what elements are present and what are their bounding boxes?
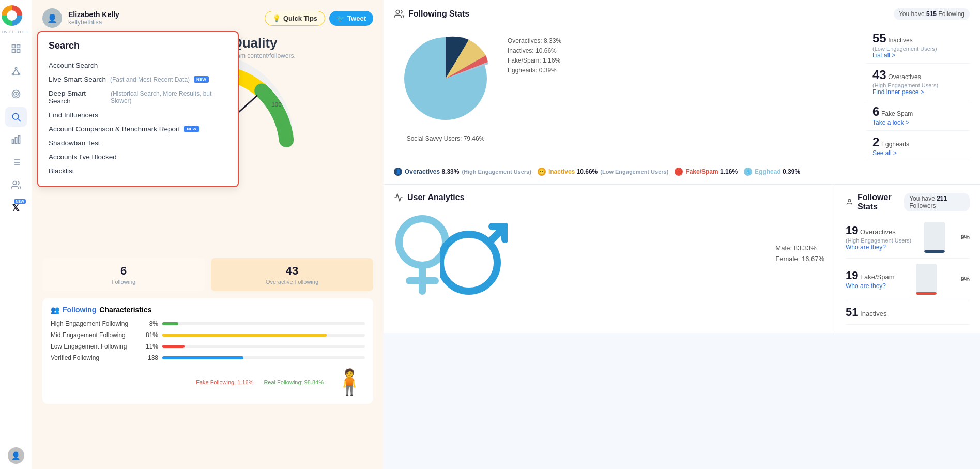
- char-row-label: Low Engagement Following: [51, 343, 139, 350]
- follower-inactives-label: Inactives: [860, 310, 886, 317]
- new-badge: NEW: [14, 199, 25, 204]
- search-item-label: Accounts I've Blocked: [49, 153, 117, 161]
- char-row-value: 81%: [143, 331, 158, 339]
- follower-row-fakespam: 19 Fake/Spam Who are they? 9%: [846, 259, 970, 300]
- sidebar-item-users[interactable]: [5, 175, 27, 195]
- sidebar-item-dashboard[interactable]: [5, 39, 27, 58]
- svg-rect-0: [12, 45, 15, 48]
- svg-rect-3: [17, 50, 20, 53]
- legend-fakespam: Fake/Spam: 1.16%: [508, 57, 561, 64]
- search-menu-item[interactable]: Deep Smart Search (Historical Search, Mo…: [49, 86, 227, 108]
- stat-card-eggheads: 2 Eggheads See all >: [866, 131, 970, 161]
- pie-chart-area: Social Savvy Users: 79.46%: [394, 27, 497, 161]
- user-avatar: 👤: [42, 8, 62, 28]
- char-bar-bg: [162, 334, 365, 337]
- char-row-label: Verified Following: [51, 354, 139, 361]
- char-bar-bg: [162, 356, 365, 359]
- stat-card-inactives: 55 Inactives (Low Engagement Users) List…: [866, 27, 970, 64]
- follower-overactives-bar: [924, 222, 945, 253]
- sidebar-item-x[interactable]: 𝕏 NEW: [5, 198, 27, 218]
- cat-overactives-text: Overactives 8.33%: [405, 168, 459, 175]
- char-title: 👥 Following Characteristics: [51, 306, 365, 314]
- follower-stats-title: Follower Stats: [846, 193, 904, 211]
- overactives-dot: 👤: [394, 168, 402, 176]
- sidebar-item-analytics[interactable]: [5, 130, 27, 149]
- svg-point-13: [12, 113, 19, 119]
- search-dropdown-title: Search: [49, 40, 227, 51]
- you-have-followers: You have: [909, 195, 935, 202]
- following-stats-body: Social Savvy Users: 79.46% Overactives: …: [394, 27, 970, 161]
- category-badges-row: 👤 Overactives 8.33% (High Engagement Use…: [394, 168, 970, 176]
- twitter-icon: 🐦: [336, 14, 345, 22]
- search-menu-item[interactable]: Find Influencers: [49, 108, 227, 122]
- search-menu-item[interactable]: Live Smart Search (Fast and Most Recent …: [49, 72, 227, 86]
- following-stats-section: Following Stats You have 515 Following: [384, 0, 980, 185]
- cat-inactives-text: Inactives 10.66%: [548, 168, 598, 175]
- following-stats-title: Following Stats: [394, 9, 469, 19]
- search-item-label: Deep Smart Search: [49, 89, 106, 105]
- inactives-link[interactable]: List all >: [872, 52, 963, 59]
- header-bar: 👤 Elizabeth Kelly kellybethlisa 💡 Quick …: [42, 8, 373, 28]
- follower-fakespam-link[interactable]: Who are they?: [846, 282, 895, 290]
- char-row: Verified Following 138: [51, 354, 365, 361]
- quick-tips-button[interactable]: 💡 Quick Tips: [265, 11, 325, 26]
- overactives-sub: (High Engagement Users): [872, 82, 963, 88]
- cat-fakespam: 🚫 Fake/Spam 1.16%: [675, 168, 738, 176]
- search-item-label: Live Smart Search: [49, 75, 106, 83]
- legend-inactives: Inactives: 10.66%: [508, 47, 561, 54]
- follower-overactives-num: 19: [846, 224, 858, 237]
- overactives-link[interactable]: Find inner peace >: [872, 88, 963, 96]
- fakespam-pct-label: 9%: [961, 276, 970, 283]
- char-bar-fill: [162, 334, 327, 337]
- sidebar-item-search[interactable]: [5, 107, 27, 127]
- search-menu-item[interactable]: Shadowban Test: [49, 136, 227, 150]
- user-analytics-title: User Analytics: [394, 193, 824, 202]
- left-panel: 👤 Elizabeth Kelly kellybethlisa 💡 Quick …: [32, 0, 384, 469]
- search-menu-item[interactable]: Blacklist: [49, 164, 227, 178]
- follower-overactives-sub: (High Engagement Users): [846, 237, 911, 244]
- eggheads-num: 2: [872, 135, 879, 149]
- follower-fakespam-info: 19 Fake/Spam Who are they?: [846, 269, 895, 290]
- sidebar-item-network[interactable]: [5, 62, 27, 81]
- person-icon: 🧍: [334, 368, 365, 397]
- follower-panel: Follower Stats You have 211 Followers 19…: [835, 185, 980, 333]
- user-info: Elizabeth Kelly kellybethlisa: [68, 10, 119, 26]
- svg-point-24: [13, 181, 17, 185]
- char-bar-bg: [162, 322, 365, 325]
- sidebar: TWITTERTOOL 𝕏 NEW 👤: [0, 0, 32, 469]
- overactives-pct-label: 9%: [961, 234, 970, 241]
- stat-following-label: Following: [49, 279, 198, 285]
- follower-stats-header: Follower Stats You have 211 Followers: [846, 193, 970, 211]
- fakespam-link[interactable]: Take a look >: [872, 119, 963, 126]
- user-analytics-title-text: User Analytics: [407, 193, 465, 202]
- char-following-text: Following: [63, 306, 96, 314]
- inactives-sub3: (Low Engagement Users): [600, 169, 668, 175]
- following-word: Following: [938, 10, 964, 18]
- cat-egghead: 💧 Egghead 0.39%: [744, 168, 800, 176]
- brand-text: TWITTERTOOL: [2, 30, 30, 34]
- char-row: High Engagement Following 8%: [51, 320, 365, 327]
- pie-legend: Overactives: 8.33% Inactives: 10.66% Fak…: [508, 27, 561, 161]
- follower-overactives-link[interactable]: Who are they?: [846, 244, 911, 251]
- sidebar-item-lists[interactable]: [5, 153, 27, 172]
- search-menu-item[interactable]: Account Search: [49, 58, 227, 72]
- stat-following-num: 6: [49, 264, 198, 278]
- search-menu-item[interactable]: Accounts I've Blocked: [49, 150, 227, 164]
- egghead-dot: 💧: [744, 168, 752, 176]
- right-panel: Following Stats You have 515 Following: [384, 0, 980, 469]
- char-row-label: High Engagement Following: [51, 320, 139, 327]
- follower-row-overactives: 19 Overactives (High Engagement Users) W…: [846, 217, 970, 259]
- new-badge: NEW: [184, 126, 199, 132]
- user-avatar-sidebar[interactable]: 👤: [8, 447, 24, 464]
- search-dropdown: Search Account SearchLive Smart Search (…: [37, 31, 239, 187]
- fakespam-bar-fill: [916, 292, 937, 295]
- eggheads-link[interactable]: See all >: [872, 149, 963, 157]
- gender-labels: Male: 83.33% Female: 16.67%: [775, 244, 824, 266]
- following-count-badge: You have 515 Following: [894, 8, 970, 20]
- svg-rect-15: [12, 140, 13, 144]
- search-menu-item[interactable]: Account Comparison & Benchmark ReportNEW: [49, 122, 227, 136]
- tweet-button[interactable]: 🐦 Tweet: [329, 11, 373, 26]
- follower-row-inactives: 51 Inactives: [846, 300, 970, 325]
- svg-rect-16: [15, 138, 17, 144]
- sidebar-item-target[interactable]: [5, 84, 27, 104]
